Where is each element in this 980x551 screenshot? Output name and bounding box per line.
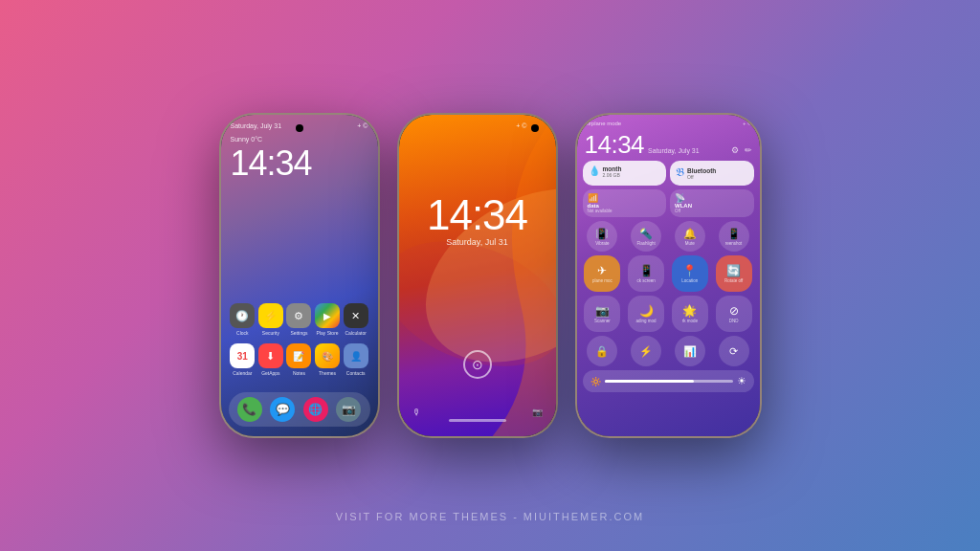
bluetooth-tile[interactable]: 𝔅 Bluetooth Off [670, 161, 754, 186]
right-time: 14:34 [585, 130, 645, 160]
left-weather-text: Sunny 0°C [231, 136, 263, 143]
mute-tile[interactable]: 🔔 Mute [675, 221, 705, 252]
app-themes-label: Themes [319, 370, 336, 376]
scanner-tile[interactable]: 📷 Scanner [584, 296, 620, 332]
med-tile-row-1: ✈ plane moc 📱 ck screen 📍 Location � [583, 255, 754, 292]
left-date: Saturday, July 31 [231, 122, 282, 129]
control-grid: 💧 month 2.06 GB 𝔅 Blu [583, 161, 754, 392]
left-status-icons: + © [357, 122, 368, 129]
app-getapps[interactable]: ⬇ GetApps [258, 343, 283, 376]
brightness-slider[interactable] [605, 380, 733, 383]
center-bottom-bar [449, 419, 506, 422]
brightness-row: 🔆 ☀ [583, 370, 754, 392]
vibrate-label: Vibrate [595, 241, 609, 246]
app-contacts-label: Contacts [346, 370, 366, 376]
app-contacts[interactable]: 👤 Contacts [344, 343, 368, 376]
left-time: 14:34 [231, 143, 312, 184]
control-row-1: 💧 month 2.06 GB 𝔅 Blu [583, 161, 754, 186]
airplane-tile[interactable]: ✈ plane moc [584, 255, 620, 292]
app-calculator[interactable]: ✕ Calculator [344, 303, 368, 336]
app-grid: 🕐 Clock ⚡ Security ⚙ Settings ▶ [229, 303, 370, 384]
dnd-label: DND [729, 320, 739, 324]
settings-icon[interactable]: ⚙ [731, 145, 739, 155]
darkmode-label: rk mode [682, 320, 698, 324]
app-playstore-label: Play Store [317, 330, 339, 336]
app-clock-label: Clock [236, 330, 249, 336]
dock-camera[interactable]: 📷 [336, 397, 361, 422]
right-header-icons: ⚙ ✏ [731, 145, 752, 155]
lockscreen-icon: 📱 [639, 264, 654, 277]
rotate-tile[interactable]: 🔄 Rotate off [716, 255, 752, 292]
lock-icon: 🔒 [595, 345, 609, 358]
punch-hole-center [531, 124, 539, 132]
center-time: 14:34 [427, 191, 527, 239]
app-calculator-label: Calculator [345, 330, 367, 336]
center-mic-icon: 🎙 [412, 408, 421, 417]
brightness-min-icon: 🔆 [590, 377, 601, 386]
refresh-icon: ⟳ [729, 345, 738, 358]
last-small-row: 🔒 ⚡ 📊 ⟳ [583, 336, 754, 366]
bolt-tile[interactable]: ⚡ [631, 336, 661, 366]
flashlight-label: Flashlight [636, 241, 655, 246]
data-row: 📶 data Not available 📡 WLAN Off [583, 189, 754, 217]
dock-messages[interactable]: 💬 [270, 397, 295, 422]
brightness-fill [605, 380, 695, 383]
dock-phone[interactable]: 📞 [237, 397, 262, 422]
app-security-label: Security [262, 330, 279, 336]
phone-center-screen: + © 14:34 Saturday, Jul 31 ⊙ 🎙 📷 [399, 115, 556, 436]
app-settings[interactable]: ⚙ Settings [286, 303, 311, 336]
edit-icon[interactable]: ✏ [745, 145, 752, 155]
dnd-tile[interactable]: ⊘ DND [716, 296, 752, 332]
punch-hole-left [296, 124, 303, 132]
data-icon: 📶 [588, 193, 662, 203]
refresh-tile[interactable]: ⟳ [719, 336, 749, 366]
bolt-icon: ⚡ [639, 345, 653, 358]
left-weather: Sunny 0°C [231, 136, 263, 143]
reading-tile[interactable]: 🌙 ading mod [628, 296, 664, 332]
wlan-icon: 📡 [675, 193, 749, 203]
darkmode-tile[interactable]: 🌟 rk mode [672, 296, 708, 332]
flashlight-tile[interactable]: 🔦 Flashlight [631, 221, 661, 252]
right-status-icons: + © [743, 121, 752, 126]
stats-icon: 📊 [683, 345, 697, 358]
phone-right-screen: Airplane mode + © 14:34 Saturday, July 3… [577, 115, 760, 436]
app-notes[interactable]: 📝 Notes [286, 343, 311, 376]
wlan-subtitle: Off [675, 209, 749, 213]
flashlight-icon: 🔦 [639, 228, 653, 240]
rotate-icon: 🔄 [726, 264, 741, 277]
lockscreen-tile[interactable]: 📱 ck screen [628, 255, 664, 292]
data-subtitle: Not available [588, 209, 662, 213]
right-status-bar: Airplane mode + © [585, 121, 752, 126]
storage-subtitle: 2.06 GB [603, 172, 622, 178]
app-row-2: 31 Calendar ⬇ GetApps 📝 Notes 🎨 [229, 343, 370, 376]
scanner-label: Scanner [594, 320, 611, 324]
storage-tile[interactable]: 💧 month 2.06 GB [583, 161, 667, 186]
vibrate-tile[interactable]: 📳 Vibrate [587, 221, 617, 252]
app-getapps-label: GetApps [261, 370, 279, 376]
bluetooth-subtitle: Off [687, 174, 716, 180]
rotate-label: Rotate off [724, 279, 743, 284]
app-clock[interactable]: 🕐 Clock [230, 303, 255, 336]
lock-tile[interactable]: 🔒 [587, 336, 617, 366]
dnd-icon: ⊘ [729, 304, 739, 318]
app-security[interactable]: ⚡ Security [258, 303, 283, 336]
data-tile[interactable]: 📶 data Not available [583, 189, 667, 217]
brightness-max-icon: ☀ [737, 375, 746, 387]
app-playstore[interactable]: ▶ Play Store [315, 303, 340, 336]
stats-tile[interactable]: 📊 [675, 336, 705, 366]
location-tile[interactable]: 📍 Location [672, 255, 708, 292]
phones-container: Saturday, July 31 + © Sunny 0°C 14:34 🕐 … [219, 113, 762, 438]
reading-icon: 🌙 [639, 304, 654, 318]
phone-center: + © 14:34 Saturday, Jul 31 ⊙ 🎙 📷 [397, 113, 558, 438]
scanner-icon: 📷 [595, 304, 610, 318]
app-calendar[interactable]: 31 Calendar [230, 343, 255, 376]
dock: 📞 💬 🌐 📷 [229, 392, 370, 427]
dock-browser[interactable]: 🌐 [303, 397, 328, 422]
app-row-1: 🕐 Clock ⚡ Security ⚙ Settings ▶ [229, 303, 370, 336]
screenshot-tile[interactable]: 📱 reenshot [719, 221, 749, 252]
lockscreen-label: ck screen [636, 279, 655, 284]
fingerprint-button[interactable]: ⊙ [463, 350, 492, 379]
app-calendar-label: Calendar [233, 370, 252, 376]
wlan-tile[interactable]: 📡 WLAN Off [670, 189, 754, 217]
app-themes[interactable]: 🎨 Themes [315, 343, 340, 376]
